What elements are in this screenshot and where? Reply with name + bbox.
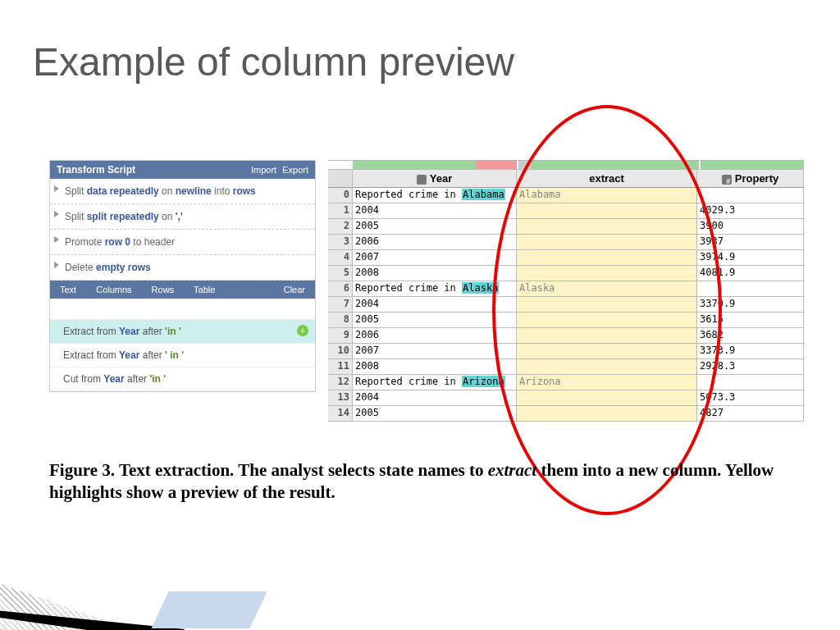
cell-year[interactable]: 2007 [353, 250, 517, 265]
cell-extract[interactable] [517, 297, 697, 312]
cell-extract[interactable] [517, 313, 697, 327]
suggestion-item[interactable]: Extract from Year after ' in ' [50, 344, 315, 368]
script-list: Split data repeatedly on newline into ro… [50, 179, 315, 281]
row-index: 10 [328, 344, 353, 358]
cell-property[interactable] [697, 375, 804, 390]
suggestion-item[interactable]: Extract from Year after 'in '+ [50, 320, 315, 344]
table-row: 920063682 [328, 328, 804, 344]
cell-extract[interactable] [517, 359, 697, 374]
number-icon [722, 175, 732, 185]
cell-extract[interactable] [517, 266, 697, 281]
th-extract[interactable]: extract [517, 170, 697, 187]
cell-extract[interactable] [517, 328, 697, 343]
cell-property[interactable]: 5073.3 [697, 390, 804, 405]
cell-property[interactable]: 3370.9 [697, 297, 804, 312]
cell-year[interactable]: 2005 [353, 406, 517, 421]
table-row: 12Reported crime in ArizonaArizona [328, 375, 804, 390]
tab-table[interactable]: Table [184, 281, 225, 299]
cell-year[interactable]: Reported crime in Arizona [353, 375, 517, 390]
row-index: 3 [328, 235, 353, 249]
table-row: 520084081.9 [328, 266, 804, 281]
cell-property[interactable] [697, 188, 804, 203]
cell-year[interactable]: 2006 [353, 328, 517, 343]
cell-extract[interactable] [517, 344, 697, 358]
row-index: 11 [328, 359, 353, 374]
cell-year[interactable]: 2004 [353, 390, 517, 405]
row-index: 8 [328, 313, 353, 327]
slide-title: Example of column preview [33, 39, 514, 84]
script-item[interactable]: Split split repeatedly on ',' [50, 204, 315, 230]
table-row: 1420054827 [328, 406, 804, 422]
cell-property[interactable]: 4029.3 [697, 203, 804, 218]
table-row: 6Reported crime in AlaskaAlaska [328, 281, 804, 297]
table-row: 320063937 [328, 235, 804, 250]
th-index [328, 170, 353, 187]
cell-extract[interactable] [517, 235, 697, 249]
row-index: 9 [328, 328, 353, 343]
cell-year[interactable]: 2004 [353, 297, 517, 312]
table-row: 0Reported crime in AlabamaAlabama [328, 188, 804, 203]
tab-columns[interactable]: Columns [86, 281, 141, 299]
export-link[interactable]: Export [282, 165, 308, 175]
tab-rows[interactable]: Rows [142, 281, 185, 299]
row-index: 5 [328, 266, 353, 281]
cell-year[interactable]: 2005 [353, 219, 517, 234]
cell-year[interactable]: Reported crime in Alaska [353, 281, 517, 296]
figure-caption: Figure 3. Text extraction. The analyst s… [49, 459, 796, 504]
script-item[interactable]: Delete empty rows [50, 255, 315, 281]
data-table: Year extract Property 0Reported crime in… [328, 160, 804, 422]
table-row: 120044029.3 [328, 203, 804, 219]
cell-property[interactable]: 3373.9 [697, 344, 804, 358]
cell-property[interactable] [697, 281, 804, 296]
quality-bar [328, 161, 804, 169]
tab-text[interactable]: Text [50, 281, 86, 299]
cell-property[interactable]: 4081.9 [697, 266, 804, 281]
cell-year[interactable]: 2005 [353, 313, 517, 327]
cell-year[interactable]: 2008 [353, 359, 517, 374]
table-row: 420073974.9 [328, 250, 804, 266]
cell-extract[interactable]: Alaska [517, 281, 697, 296]
cell-property[interactable]: 3900 [697, 219, 804, 234]
table-row: 820053615 [328, 313, 804, 328]
panel-title: Transform Script [57, 164, 135, 176]
cell-property[interactable]: 2928.3 [697, 359, 804, 374]
import-link[interactable]: Import [251, 165, 276, 175]
th-property[interactable]: Property [697, 170, 804, 187]
cell-extract[interactable] [517, 250, 697, 265]
row-index: 14 [328, 406, 353, 421]
cell-extract[interactable] [517, 203, 697, 218]
row-index: 7 [328, 297, 353, 312]
th-year[interactable]: Year [353, 170, 517, 187]
cell-year[interactable]: 2008 [353, 266, 517, 281]
cell-extract[interactable] [517, 406, 697, 421]
script-item[interactable]: Split data repeatedly on newline into ro… [50, 179, 315, 204]
tab-clear[interactable]: Clear [274, 281, 315, 299]
script-item[interactable]: Promote row 0 to header [50, 230, 315, 255]
table-row: 1320045073.3 [328, 390, 804, 406]
cell-extract[interactable]: Alabama [517, 188, 697, 203]
cell-extract[interactable] [517, 219, 697, 234]
cell-year[interactable]: 2004 [353, 203, 517, 218]
cell-extract[interactable]: Arizona [517, 375, 697, 390]
cell-property[interactable]: 4827 [697, 406, 804, 421]
row-index: 0 [328, 188, 353, 203]
row-index: 2 [328, 219, 353, 234]
cell-property[interactable]: 3937 [697, 235, 804, 249]
cell-property[interactable]: 3974.9 [697, 250, 804, 265]
cell-property[interactable]: 3682 [697, 328, 804, 343]
suggestion-item[interactable]: Cut from Year after 'in ' [50, 368, 315, 391]
cell-property[interactable]: 3615 [697, 313, 804, 327]
table-header-row: Year extract Property [328, 169, 804, 188]
transform-script-panel: Transform Script Import Export Split dat… [49, 160, 316, 392]
tab-bar: Text Columns Rows Table Clear [50, 281, 315, 299]
cell-year[interactable]: 2007 [353, 344, 517, 358]
add-icon[interactable]: + [297, 325, 308, 336]
cell-year[interactable]: 2006 [353, 235, 517, 249]
row-index: 4 [328, 250, 353, 265]
suggestions: Extract from Year after 'in '+Extract fr… [50, 299, 315, 391]
slide-decoration [0, 548, 205, 630]
table-row: 720043370.9 [328, 297, 804, 313]
row-index: 6 [328, 281, 353, 296]
cell-extract[interactable] [517, 390, 697, 405]
cell-year[interactable]: Reported crime in Alabama [353, 188, 517, 203]
